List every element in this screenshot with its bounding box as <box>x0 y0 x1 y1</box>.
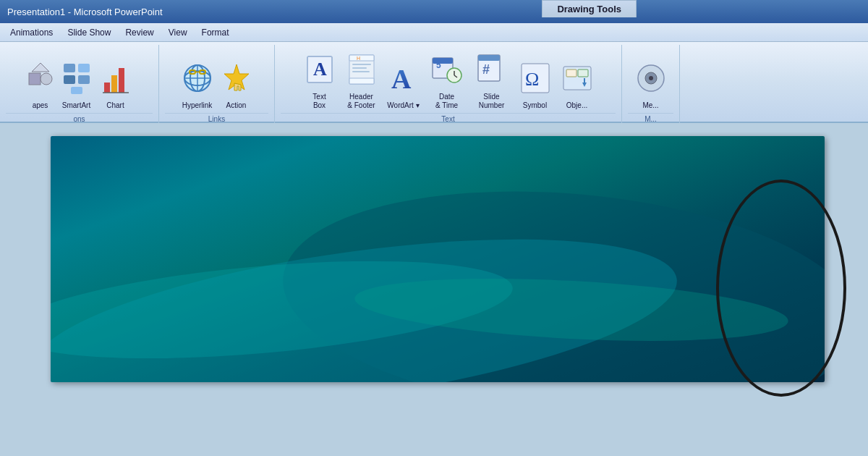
symbol-button[interactable]: Ω Symbol <box>515 55 556 111</box>
slide-canvas[interactable] <box>51 136 825 382</box>
svg-rect-48 <box>584 78 585 83</box>
svg-rect-28 <box>352 64 371 65</box>
svg-text:H: H <box>357 56 360 61</box>
svg-rect-8 <box>104 83 110 93</box>
chart-button[interactable]: Chart <box>97 55 135 111</box>
smartart-button[interactable]: SmartArt <box>58 55 95 111</box>
svg-point-1 <box>41 73 52 85</box>
ribbon-content: apes SmartArt <box>0 42 868 126</box>
svg-rect-46 <box>578 69 588 77</box>
svg-rect-45 <box>566 69 576 77</box>
ribbon: apes SmartArt <box>0 42 868 123</box>
ribbon-group-text: A TextBox <box>275 45 622 126</box>
text-buttons: A TextBox <box>299 46 597 111</box>
svg-rect-29 <box>352 67 367 69</box>
object-icon <box>562 62 592 94</box>
slidenumber-icon: # <box>477 54 507 85</box>
links-buttons: Hyperlink Action <box>179 46 255 111</box>
svg-text:A: A <box>391 64 412 94</box>
menu-slideshow[interactable]: Slide Show <box>60 25 118 40</box>
svg-point-51 <box>649 76 653 80</box>
menu-view[interactable]: View <box>161 25 195 40</box>
svg-text:Ω: Ω <box>525 69 539 90</box>
svg-rect-26 <box>349 55 374 61</box>
chart-icon <box>101 62 130 94</box>
ribbon-group-media: Me... M... <box>622 45 680 126</box>
drawing-tools-tab[interactable]: Drawing Tools <box>542 0 637 17</box>
action-button[interactable]: Action <box>218 55 255 111</box>
svg-rect-7 <box>71 87 82 94</box>
svg-rect-30 <box>352 71 370 72</box>
action-icon <box>221 63 252 93</box>
svg-text:A: A <box>313 59 327 80</box>
svg-marker-2 <box>32 63 49 72</box>
smartart-icon <box>62 62 91 94</box>
hyperlink-button[interactable]: Hyperlink <box>179 55 216 111</box>
svg-rect-0 <box>29 73 41 85</box>
datetime-label: Date& Time <box>435 93 458 110</box>
ribbon-group-links: Hyperlink Action Links <box>159 45 275 126</box>
menu-animations[interactable]: Animations <box>3 25 60 40</box>
headerfooter-label: Header& Footer <box>347 93 375 110</box>
svg-rect-6 <box>78 75 90 84</box>
action-label: Action <box>226 101 247 110</box>
datetime-button[interactable]: 5 Date& Time <box>425 46 469 111</box>
svg-rect-27 <box>349 78 374 84</box>
shapes-button[interactable]: apes <box>25 55 56 111</box>
menu-bar: Animations Slide Show Review View Format <box>0 23 868 42</box>
media-button[interactable]: Me... <box>631 55 671 111</box>
svg-rect-40 <box>478 55 500 61</box>
app-title: Presentation1 - Microsoft PowerPoint <box>7 7 861 17</box>
ribbon-group-illustrations: apes SmartArt <box>0 45 159 126</box>
smartart-label: SmartArt <box>62 101 90 110</box>
shapes-icon <box>27 60 54 96</box>
textbox-button[interactable]: A TextBox <box>299 46 340 111</box>
hyperlink-icon <box>182 63 213 93</box>
textbox-icon: A <box>305 54 335 85</box>
svg-rect-9 <box>111 75 117 93</box>
slidenumber-button[interactable]: # SlideNumber <box>470 46 514 111</box>
media-icon <box>636 62 666 94</box>
shapes-label: apes <box>33 101 48 110</box>
svg-rect-10 <box>119 68 124 93</box>
svg-rect-5 <box>64 75 75 84</box>
slidenumber-label: SlideNumber <box>479 93 505 110</box>
headerfooter-icon: H <box>346 54 377 85</box>
hyperlink-label: Hyperlink <box>182 101 213 110</box>
wordart-label: WordArt ▾ <box>387 101 419 110</box>
textbox-label: TextBox <box>312 93 326 110</box>
datetime-icon: 5 <box>431 54 463 85</box>
media-buttons: Me... <box>631 46 671 111</box>
chart-label: Chart <box>106 101 124 110</box>
svg-text:#: # <box>482 62 490 77</box>
media-label: Me... <box>642 101 658 110</box>
symbol-label: Symbol <box>523 101 547 110</box>
svg-rect-3 <box>64 64 75 72</box>
svg-text:5: 5 <box>436 60 441 70</box>
symbol-icon: Ω <box>520 62 550 94</box>
object-label: Obje... <box>566 101 587 110</box>
title-bar: Presentation1 - Microsoft PowerPoint Dra… <box>0 0 868 23</box>
content-area <box>0 123 868 456</box>
headerfooter-button[interactable]: H Header& Footer <box>341 46 382 111</box>
illustrations-buttons: apes SmartArt <box>25 46 135 111</box>
wordart-icon: A <box>388 62 419 94</box>
menu-review[interactable]: Review <box>118 25 161 40</box>
wordart-button[interactable]: A WordArt ▾ <box>383 55 424 111</box>
menu-format[interactable]: Format <box>195 25 237 40</box>
object-button[interactable]: Obje... <box>557 55 597 111</box>
svg-rect-4 <box>78 64 90 72</box>
